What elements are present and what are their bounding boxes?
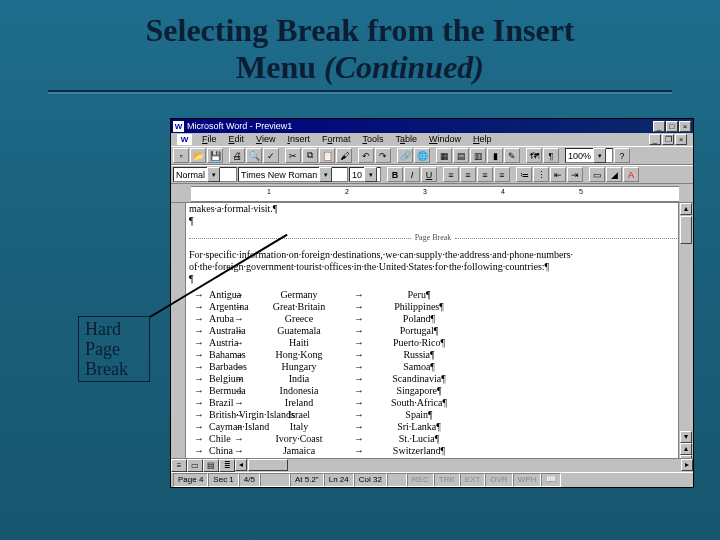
scroll-down-button[interactable]: ▾	[680, 431, 692, 443]
maximize-button[interactable]: □	[666, 121, 678, 132]
table-row: →Belgium→India→Scandinavia¶	[189, 373, 677, 385]
window-title: Microsoft Word - Preview1	[187, 121, 292, 131]
copy-button[interactable]: ⧉	[302, 148, 318, 163]
scroll-thumb-v[interactable]	[680, 216, 692, 244]
table-row: →Cayman·Island→Italy→Sri·Lanka¶	[189, 421, 677, 433]
columns-button[interactable]: ▮	[487, 148, 503, 163]
menu-file[interactable]: FFileile	[200, 134, 219, 145]
insert-table-button[interactable]: ▤	[453, 148, 469, 163]
zoom-select[interactable]: 100%▾	[565, 148, 613, 163]
paragraph-marks-button[interactable]: ¶	[543, 148, 559, 163]
status-sec: Sec 1	[208, 473, 238, 487]
menu-view[interactable]: View	[254, 134, 277, 145]
paste-button[interactable]: 📋	[319, 148, 335, 163]
numbering-button[interactable]: ≔	[516, 167, 532, 182]
drawing-button[interactable]: ✎	[504, 148, 520, 163]
prev-page-button[interactable]: ▴	[680, 443, 692, 455]
align-center-button[interactable]: ≡	[460, 167, 476, 182]
align-left-button[interactable]: ≡	[443, 167, 459, 182]
menu-table[interactable]: Table	[393, 134, 419, 145]
title-line1: Selecting Break from the Insert	[146, 12, 575, 48]
doc-minimize-button[interactable]: _	[649, 134, 661, 145]
increase-indent-button[interactable]: ⇥	[567, 167, 583, 182]
cut-button[interactable]: ✂	[285, 148, 301, 163]
new-button[interactable]: ▫	[173, 148, 189, 163]
redo-button[interactable]: ↷	[375, 148, 391, 163]
highlight-button[interactable]: ◢	[606, 167, 622, 182]
scroll-left-button[interactable]: ◂	[235, 459, 247, 471]
hyperlink-button[interactable]: 🔗	[397, 148, 413, 163]
page-content[interactable]: makes·a·formal·visit.¶ ¶ Page Break For·…	[189, 203, 677, 479]
vertical-scrollbar[interactable]: ▴ ▾ ▴ ○ ▾	[678, 203, 693, 479]
ruler-3: 3	[423, 188, 427, 195]
status-book-icon[interactable]: 📖	[541, 473, 561, 487]
view-outline-button[interactable]: ≣	[219, 459, 235, 472]
horizontal-scrollbar[interactable]: ≡ ▭ ▤ ≣ ◂ ▸	[171, 458, 693, 473]
font-color-button[interactable]: A	[623, 167, 639, 182]
selection-bar[interactable]	[171, 203, 186, 479]
document-area[interactable]: ▴ ▾ ▴ ○ ▾ makes·a·formal·visit.¶ ¶ Page …	[171, 202, 693, 479]
ruler[interactable]: 1 2 3 4 5	[191, 186, 679, 202]
table-row: →Aruba→Greece→Poland¶	[189, 313, 677, 325]
open-button[interactable]: 📂	[190, 148, 206, 163]
preview-button[interactable]: 🔍	[246, 148, 262, 163]
scroll-thumb-h[interactable]	[248, 459, 288, 471]
font-size-select[interactable]: 10▾	[349, 167, 381, 182]
ruler-2: 2	[345, 188, 349, 195]
minimize-button[interactable]: _	[653, 121, 665, 132]
spell-button[interactable]: ✓	[263, 148, 279, 163]
page-break-label: Page Break	[411, 232, 456, 244]
italic-button[interactable]: I	[404, 167, 420, 182]
map-button[interactable]: 🗺	[526, 148, 542, 163]
format-painter-button[interactable]: 🖌	[336, 148, 352, 163]
body-line3: For·specific·information·on·foreign·dest…	[189, 249, 677, 261]
statusbar: Page 4 Sec 1 4/5 At 5.2" Ln 24 Col 32 RE…	[171, 472, 693, 487]
table-row: →Austria→Haiti→Puerto·Rico¶	[189, 337, 677, 349]
help-button[interactable]: ?	[614, 148, 630, 163]
view-layout-button[interactable]: ▭	[187, 459, 203, 472]
view-page-button[interactable]: ▤	[203, 459, 219, 472]
bullets-button[interactable]: ⋮	[533, 167, 549, 182]
status-ovr: OVR	[485, 473, 512, 487]
menu-insert[interactable]: Insert	[285, 134, 312, 145]
underline-button[interactable]: U	[421, 167, 437, 182]
tables-button[interactable]: ▦	[436, 148, 452, 163]
status-trk: TRK	[434, 473, 460, 487]
align-right-button[interactable]: ≡	[477, 167, 493, 182]
bold-button[interactable]: B	[387, 167, 403, 182]
style-select[interactable]: Normal▾	[173, 167, 237, 182]
menu-help[interactable]: Help	[471, 134, 494, 145]
font-select[interactable]: Times New Roman▾	[238, 167, 348, 182]
slide-title-block: Selecting Break from the Insert Menu (Co…	[0, 0, 720, 94]
menu-format[interactable]: Format	[320, 134, 353, 145]
borders-button[interactable]: ▭	[589, 167, 605, 182]
menu-edit[interactable]: Edit	[227, 134, 247, 145]
status-rec: REC	[407, 473, 434, 487]
undo-button[interactable]: ↶	[358, 148, 374, 163]
page-break-marker: Page Break	[189, 233, 677, 243]
menu-window[interactable]: Window	[427, 134, 463, 145]
scroll-up-button[interactable]: ▴	[680, 203, 692, 215]
ruler-4: 4	[501, 188, 505, 195]
status-col: Col 32	[354, 473, 387, 487]
view-normal-button[interactable]: ≡	[171, 459, 187, 472]
status-pages: 4/5	[239, 473, 260, 487]
doc-close-button[interactable]: ×	[675, 134, 687, 145]
close-button[interactable]: ×	[679, 121, 691, 132]
ruler-1: 1	[267, 188, 271, 195]
decrease-indent-button[interactable]: ⇤	[550, 167, 566, 182]
doc-restore-button[interactable]: ❐	[662, 134, 674, 145]
scroll-right-button[interactable]: ▸	[681, 459, 693, 471]
web-toolbar-button[interactable]: 🌐	[414, 148, 430, 163]
justify-button[interactable]: ≡	[494, 167, 510, 182]
save-button[interactable]: 💾	[207, 148, 223, 163]
title-underline	[48, 90, 672, 94]
excel-button[interactable]: ▥	[470, 148, 486, 163]
standard-toolbar: ▫ 📂 💾 🖨 🔍 ✓ ✂ ⧉ 📋 🖌 ↶ ↷ 🔗 🌐 ▦ ▤ ▥ ▮ ✎	[171, 146, 693, 165]
table-row: →Brazil→Ireland→South·Africa¶	[189, 397, 677, 409]
menu-tools[interactable]: Tools	[360, 134, 385, 145]
word-app-icon: W	[173, 121, 184, 132]
window-titlebar[interactable]: W Microsoft Word - Preview1 _ □ ×	[171, 119, 693, 133]
print-button[interactable]: 🖨	[229, 148, 245, 163]
callout-l2: Page	[85, 339, 143, 359]
